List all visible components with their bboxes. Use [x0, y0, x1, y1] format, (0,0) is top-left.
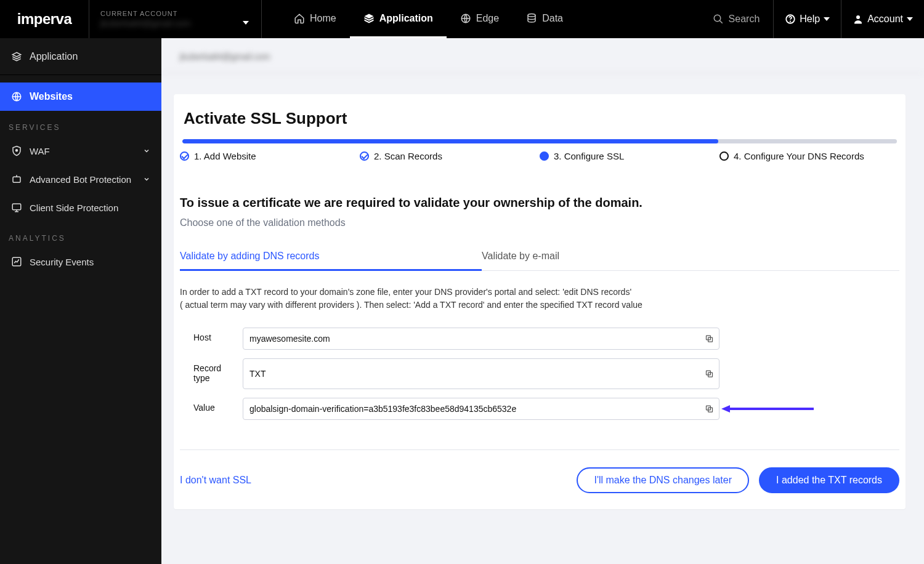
brand-logo: imperva	[0, 0, 89, 38]
tab-description: In order to add a TXT record to your dom…	[180, 286, 899, 312]
home-icon	[294, 13, 305, 24]
nav-right: Search Help Account	[699, 0, 924, 38]
svg-rect-9	[12, 204, 21, 210]
progress-bar	[182, 139, 897, 143]
record-type-row: Record type TXT	[180, 358, 899, 389]
nav-data-label: Data	[542, 13, 563, 24]
value-label: Value	[193, 398, 228, 413]
sidebar-item-label: WAF	[30, 146, 50, 156]
account-selector-label: CURRENT ACCOUNT	[100, 10, 246, 17]
value-row: Value globalsign-domain-verification=a3b…	[180, 398, 899, 420]
sidebar-header-label: Application	[30, 51, 78, 62]
nav-account[interactable]: Account	[841, 0, 924, 38]
nav-application[interactable]: Application	[350, 0, 447, 38]
nav-search[interactable]: Search	[699, 14, 774, 25]
copy-icon[interactable]	[705, 334, 714, 344]
chart-icon	[11, 256, 22, 267]
host-row: Host myawesomesite.com	[180, 328, 899, 350]
nav-help-label: Help	[800, 14, 820, 25]
section-subheading: Choose one of the validation methods	[180, 217, 899, 228]
nav-edge[interactable]: Edge	[447, 0, 513, 38]
nav-account-label: Account	[867, 14, 903, 25]
svg-point-7	[16, 150, 18, 151]
nav-help[interactable]: Help	[773, 0, 841, 38]
globe-icon	[11, 91, 22, 102]
user-icon	[853, 14, 864, 25]
sidebar-section-services: SERVICES	[0, 111, 161, 137]
chevron-down-icon	[143, 147, 150, 155]
sidebar-item-label: Security Events	[30, 257, 94, 267]
help-icon	[785, 14, 796, 25]
cancel-ssl-link[interactable]: I don't want SSL	[180, 475, 251, 486]
svg-point-4	[790, 21, 791, 22]
svg-rect-8	[13, 177, 20, 182]
top-nav: imperva CURRENT ACCOUNT jkuberka84@gmail…	[0, 0, 924, 38]
section-heading: To issue a certificate we are required t…	[180, 196, 899, 210]
monitor-icon	[11, 202, 22, 213]
chevron-down-icon	[824, 17, 830, 21]
record-type-input[interactable]: TXT	[243, 358, 719, 389]
account-selector-value: jkuberka84@gmail.com	[100, 18, 246, 28]
validation-tabs: Validate by adding DNS records Validate …	[180, 243, 899, 271]
wizard-steps: 1. Add Website 2. Scan Records 3. Config…	[180, 151, 899, 161]
record-type-value: TXT	[249, 369, 265, 379]
footer-actions: I don't want SSL I'll make the DNS chang…	[180, 467, 899, 493]
svg-point-5	[856, 15, 860, 19]
database-icon	[526, 13, 537, 24]
sidebar-item-websites[interactable]: Websites	[0, 83, 161, 111]
sidebar-item-abp[interactable]: Advanced Bot Protection	[0, 165, 161, 193]
sidebar-item-label: Advanced Bot Protection	[30, 174, 131, 185]
step-2: 2. Scan Records	[360, 151, 540, 161]
chevron-down-icon	[907, 17, 913, 21]
sidebar-header[interactable]: Application	[0, 38, 161, 75]
nav-home[interactable]: Home	[280, 0, 350, 38]
nav-data[interactable]: Data	[513, 0, 577, 38]
sidebar-item-csp[interactable]: Client Side Protection	[0, 193, 161, 222]
step-4: 4. Configure Your DNS Records	[719, 151, 899, 161]
tab-dns[interactable]: Validate by adding DNS records	[180, 243, 482, 271]
copy-icon[interactable]	[705, 405, 714, 414]
layers-icon	[11, 51, 22, 62]
ssl-wizard-card: Activate SSL Support 1. Add Website 2. S…	[174, 94, 906, 509]
nav-center: Home Application Edge Data	[280, 0, 577, 38]
step-1: 1. Add Website	[180, 151, 360, 161]
host-label: Host	[193, 328, 228, 342]
chevron-down-icon	[243, 16, 249, 27]
sidebar-section-analytics: ANALYTICS	[0, 222, 161, 248]
value-input[interactable]: globalsign-domain-verification=a3b5193fe…	[243, 398, 719, 420]
nav-home-label: Home	[310, 13, 336, 24]
bot-icon	[11, 174, 22, 185]
svg-point-1	[528, 14, 535, 17]
copy-icon[interactable]	[705, 369, 714, 379]
globe-icon	[460, 13, 471, 24]
later-button[interactable]: I'll make the DNS changes later	[577, 467, 749, 493]
added-records-button[interactable]: I added the TXT records	[759, 467, 899, 493]
host-input[interactable]: myawesomesite.com	[243, 328, 719, 350]
breadcrumb: jkuberka84@gmail.com	[161, 38, 924, 73]
value-value: globalsign-domain-verification=a3b5193fe…	[249, 404, 516, 414]
host-value: myawesomesite.com	[249, 334, 330, 344]
annotation-arrow	[721, 403, 814, 415]
step-pending-icon	[719, 151, 729, 161]
check-icon	[180, 151, 189, 161]
search-icon	[713, 14, 724, 25]
tab-email[interactable]: Validate by e-mail	[482, 243, 784, 270]
sidebar: Application Websites SERVICES WAF Advanc…	[0, 38, 161, 564]
account-selector[interactable]: CURRENT ACCOUNT jkuberka84@gmail.com	[89, 0, 262, 38]
check-icon	[360, 151, 369, 161]
divider	[180, 449, 899, 450]
step-current-icon	[540, 151, 549, 161]
page-title: Activate SSL Support	[184, 109, 899, 128]
sidebar-item-label: Websites	[30, 91, 73, 102]
nav-application-label: Application	[379, 13, 433, 24]
sidebar-item-waf[interactable]: WAF	[0, 137, 161, 165]
step-3: 3. Configure SSL	[540, 151, 719, 161]
sidebar-item-security-events[interactable]: Security Events	[0, 248, 161, 276]
nav-edge-label: Edge	[476, 13, 499, 24]
svg-point-2	[714, 15, 721, 22]
shield-icon	[11, 145, 22, 156]
chevron-down-icon	[143, 175, 150, 183]
layers-icon	[363, 13, 375, 24]
svg-marker-18	[721, 405, 730, 413]
sidebar-item-label: Client Side Protection	[30, 203, 118, 213]
